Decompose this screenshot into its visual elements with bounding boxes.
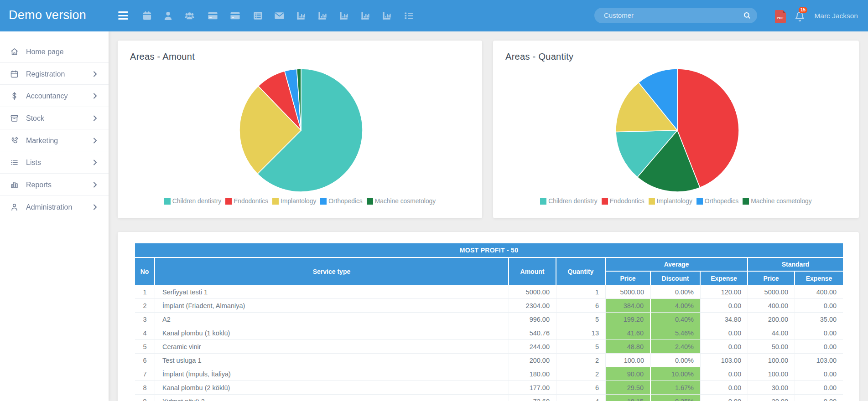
svg-text:PDF: PDF: [777, 16, 784, 20]
